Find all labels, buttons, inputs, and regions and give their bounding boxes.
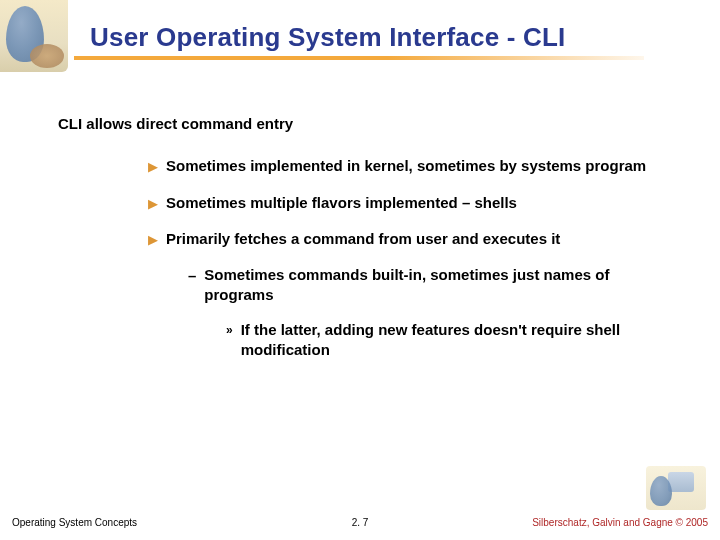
slide-content: CLI allows direct command entry ▶ Someti… [58, 114, 680, 374]
title-underline [74, 56, 644, 60]
bullet-marker-icon: ▶ [148, 229, 158, 249]
dash-marker-icon: – [188, 265, 196, 306]
bullet-text: Primarily fetches a command from user an… [166, 229, 680, 249]
raquo-marker-icon: » [226, 320, 233, 361]
slide-title: User Operating System Interface - CLI [90, 22, 690, 53]
sub-sub-bullet-text: If the latter, adding new features doesn… [241, 320, 680, 361]
dinosaur-logo-top [0, 0, 68, 72]
slide-footer: Operating System Concepts 2. 7 Silbersch… [12, 517, 708, 528]
footer-left: Operating System Concepts [12, 517, 137, 528]
bullet-item: ▶ Primarily fetches a command from user … [148, 229, 680, 249]
sub-bullet-text: Sometimes commands built-in, sometimes j… [204, 265, 680, 306]
bullet-item: ▶ Sometimes multiple flavors implemented… [148, 193, 680, 213]
sub-bullet-item: – Sometimes commands built-in, sometimes… [188, 265, 680, 306]
bullet-text: Sometimes implemented in kernel, sometim… [166, 156, 680, 176]
footer-copyright: Silberschatz, Galvin and Gagne © 2005 [532, 517, 708, 528]
bullet-marker-icon: ▶ [148, 193, 158, 213]
footer-page-number: 2. 7 [352, 517, 369, 528]
lead-text: CLI allows direct command entry [58, 114, 680, 134]
bullet-text: Sometimes multiple flavors implemented –… [166, 193, 680, 213]
bullet-marker-icon: ▶ [148, 156, 158, 176]
sub-sub-bullet-item: » If the latter, adding new features doe… [226, 320, 680, 361]
dinosaur-logo-bottom [646, 466, 706, 510]
bullet-item: ▶ Sometimes implemented in kernel, somet… [148, 156, 680, 176]
